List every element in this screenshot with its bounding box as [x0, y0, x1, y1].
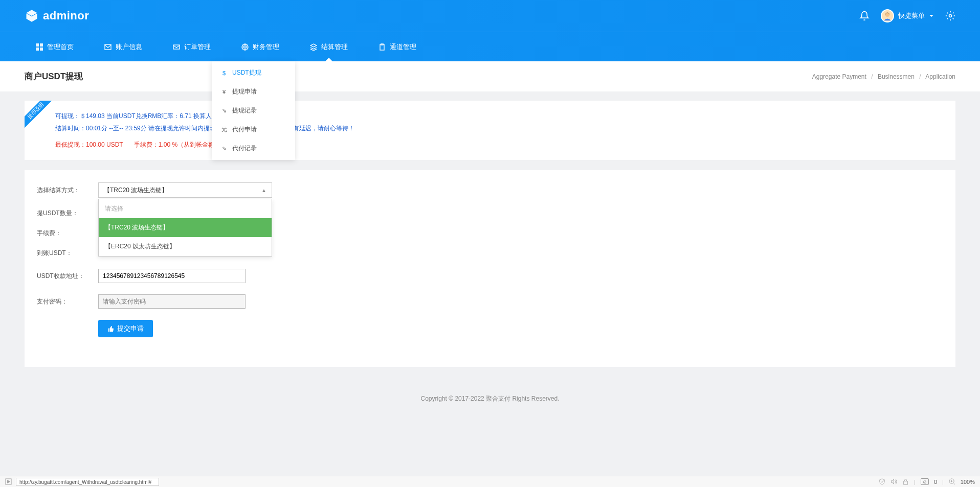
- layers-icon: [310, 43, 317, 51]
- nav-label: 通道管理: [390, 42, 416, 52]
- form-row-address: USDT收款地址：: [37, 269, 943, 283]
- info-withdrawable: 可提现：＄149.03 当前USDT兑换RMB汇率：6.71 换算人民币 ¥ +…: [55, 110, 943, 122]
- grid-icon: [36, 43, 43, 51]
- logo[interactable]: adminor: [25, 9, 89, 23]
- header: adminor 快捷菜单 管理首页 账户信息 订单管理: [0, 0, 980, 61]
- yen-icon: ¥: [221, 89, 227, 95]
- nav-item-orders[interactable]: 订单管理: [158, 32, 226, 61]
- info-min-fee: 最低提现：100.00 USDT 手续费：1.00 %（从到帐金额中扣除: [55, 138, 943, 151]
- dollar-icon: $: [221, 70, 227, 76]
- page-title: 商户USDT提现: [25, 71, 83, 82]
- form-row-password: 支付密码：: [37, 294, 943, 309]
- nav-item-account[interactable]: 账户信息: [89, 32, 158, 61]
- footer: Copyright © 2017-2022 聚合支付 Rights Reserv…: [0, 382, 980, 424]
- method-wrap: 【TRC20 波场生态链】 ▲ 【TRC20 波场生态链】 【ERC20 以太坊…: [98, 182, 272, 198]
- breadcrumb-item[interactable]: Businessmen: [878, 73, 915, 80]
- nav-item-settlement[interactable]: 结算管理: [295, 32, 363, 61]
- svg-rect-8: [105, 44, 111, 50]
- info-settle-time: 结算时间：00:01分 --至-- 23:59分 请在提现允许时间内提现， 由于…: [55, 122, 943, 134]
- nav-label: 结算管理: [321, 42, 348, 52]
- breadcrumb-item: Application: [925, 73, 955, 80]
- gear-icon[interactable]: [945, 11, 955, 21]
- form-row-submit: 提交申请: [37, 320, 943, 337]
- method-label: 选择结算方式：: [37, 186, 98, 195]
- bell-icon[interactable]: [859, 11, 870, 21]
- method-search-input[interactable]: [99, 199, 272, 218]
- breadcrumb-item[interactable]: Aggregate Payment: [812, 73, 866, 80]
- header-right: 快捷菜单: [859, 9, 955, 22]
- svg-rect-4: [36, 43, 39, 47]
- fee-label: 手续费：: [37, 229, 98, 238]
- method-option-erc20[interactable]: 【ERC20 以太坊生态链】: [99, 237, 272, 256]
- user-menu-label: 快捷菜单: [898, 11, 925, 20]
- svg-point-3: [949, 15, 952, 17]
- dropdown-label: 提现记录: [232, 106, 257, 115]
- nav-item-home[interactable]: 管理首页: [20, 32, 89, 61]
- info-min: 最低提现：100.00 USDT: [55, 141, 123, 148]
- user-menu[interactable]: 快捷菜单: [881, 9, 934, 22]
- method-select[interactable]: 【TRC20 波场生态链】 ▲: [98, 182, 272, 198]
- breadcrumb-sep: /: [871, 73, 873, 80]
- dropdown-item-payout-apply[interactable]: 元 代付申请: [212, 120, 295, 139]
- amount-label: 提USDT数量：: [37, 209, 98, 218]
- svg-rect-6: [36, 48, 39, 51]
- password-input[interactable]: [98, 294, 246, 309]
- address-input[interactable]: [98, 269, 246, 283]
- form-box: 选择结算方式： 【TRC20 波场生态链】 ▲ 【TRC20 波场生态链】 【E…: [25, 170, 955, 367]
- envelope-icon: [173, 43, 180, 51]
- arrow-icon: ⇘: [221, 108, 227, 114]
- yuan-icon: 元: [221, 127, 227, 133]
- page-header: 商户USDT提现 Aggregate Payment / Businessmen…: [0, 61, 980, 91]
- thumb-up-icon: [107, 326, 114, 332]
- brand-text: adminor: [43, 9, 89, 22]
- nav-label: 管理首页: [47, 42, 74, 52]
- ribbon-label: 提币说明: [25, 101, 53, 128]
- dropdown-item-usdt-withdraw[interactable]: $ USDT提现: [212, 63, 295, 82]
- dropdown-label: 代付记录: [232, 144, 257, 153]
- globe-icon: [241, 43, 249, 51]
- settlement-dropdown: $ USDT提现 ¥ 提现申请 ⇘ 提现记录 元 代付申请 ⇘ 代付记录: [212, 61, 295, 160]
- password-label: 支付密码：: [37, 297, 98, 306]
- dropdown-item-payout-record[interactable]: ⇘ 代付记录: [212, 139, 295, 158]
- dropdown-item-withdraw-record[interactable]: ⇘ 提现记录: [212, 101, 295, 120]
- ribbon: 提币说明: [25, 101, 53, 129]
- method-dropdown: 【TRC20 波场生态链】 【ERC20 以太坊生态链】: [98, 199, 272, 257]
- svg-rect-7: [40, 48, 43, 51]
- method-selected-text: 【TRC20 波场生态链】: [104, 186, 168, 195]
- dropdown-label: USDT提现: [232, 68, 261, 77]
- address-label: USDT收款地址：: [37, 272, 98, 281]
- mail-icon: [104, 43, 112, 51]
- avatar: [881, 9, 894, 22]
- clipboard-icon: [378, 43, 386, 51]
- cube-icon: [25, 9, 39, 23]
- dropdown-label: 提现申请: [232, 87, 257, 96]
- svg-point-2: [885, 13, 889, 17]
- breadcrumb: Aggregate Payment / Businessmen / Applic…: [812, 73, 955, 80]
- method-option-trc20[interactable]: 【TRC20 波场生态链】: [99, 218, 272, 237]
- nav-item-channel[interactable]: 通道管理: [363, 32, 432, 61]
- submit-button[interactable]: 提交申请: [98, 320, 153, 337]
- nav-label: 财务管理: [253, 42, 279, 52]
- submit-label: 提交申请: [117, 324, 144, 333]
- svg-rect-5: [40, 43, 43, 47]
- form-row-method: 选择结算方式： 【TRC20 波场生态链】 ▲ 【TRC20 波场生态链】 【E…: [37, 182, 943, 198]
- dropdown-label: 代付申请: [232, 125, 257, 134]
- nav-label: 账户信息: [116, 42, 142, 52]
- svg-rect-9: [173, 45, 180, 49]
- nav-item-finance[interactable]: 财务管理: [226, 32, 295, 61]
- breadcrumb-sep: /: [919, 73, 921, 80]
- dropdown-item-withdraw-apply[interactable]: ¥ 提现申请: [212, 82, 295, 101]
- info-box: 提币说明 可提现：＄149.03 当前USDT兑换RMB汇率：6.71 换算人民…: [25, 101, 955, 160]
- nav-label: 订单管理: [184, 42, 211, 52]
- caret-up-icon: ▲: [261, 188, 266, 193]
- nav: 管理首页 账户信息 订单管理 财务管理 结算管理 通道管理: [0, 32, 980, 61]
- header-top: adminor 快捷菜单: [0, 0, 980, 32]
- received-label: 到账USDT：: [37, 249, 98, 258]
- arrow-icon: ⇘: [221, 146, 227, 152]
- content: 提币说明 可提现：＄149.03 当前USDT兑换RMB汇率：6.71 换算人民…: [0, 101, 980, 382]
- chevron-down-icon: [929, 13, 934, 18]
